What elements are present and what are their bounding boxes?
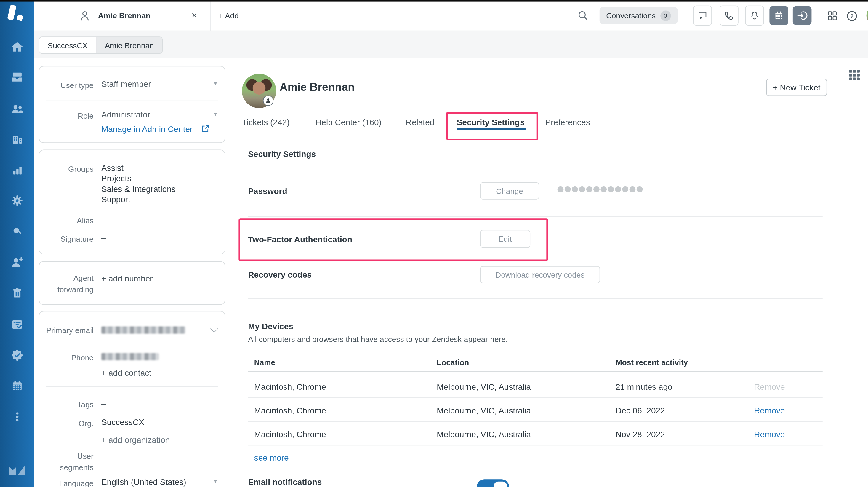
- add-user-icon[interactable]: [11, 256, 24, 269]
- tab-related[interactable]: Related: [406, 117, 435, 127]
- alias-label: Alias: [45, 215, 93, 226]
- tab-help-center[interactable]: Help Center (160): [315, 117, 381, 127]
- external-link-icon[interactable]: [202, 124, 209, 135]
- tabs-divider: [238, 131, 840, 132]
- open-user-tab[interactable]: Amie Brennan ×: [69, 0, 211, 31]
- column-header-name: Name: [254, 358, 275, 367]
- signature-value[interactable]: –: [101, 232, 106, 243]
- deleted-trash-icon[interactable]: [11, 287, 24, 300]
- phone-value-redacted[interactable]: [101, 353, 159, 360]
- language-value[interactable]: English (United States): [101, 477, 186, 487]
- recovery-codes-label: Recovery codes: [248, 270, 312, 279]
- security-settings-heading: Security Settings: [248, 149, 316, 159]
- remove-device-link[interactable]: Remove: [742, 406, 785, 415]
- groups-card: Groups Assist Projects Sales & Integrati…: [39, 150, 225, 255]
- add-contact-link[interactable]: + add contact: [101, 368, 151, 378]
- role-caret-icon[interactable]: ▾: [214, 110, 217, 117]
- breadcrumb-bar: SuccessCX Amie Brennan: [34, 31, 868, 58]
- user-type-value[interactable]: Staff member: [101, 79, 151, 89]
- notifications-bell-button[interactable]: [745, 6, 764, 26]
- my-devices-heading: My Devices: [248, 321, 293, 331]
- primary-email-value-redacted[interactable]: [101, 326, 185, 334]
- phone-button[interactable]: [720, 6, 739, 26]
- device-activity: Dec 06, 2022: [616, 406, 665, 415]
- add-tab-button[interactable]: + Add: [219, 11, 239, 20]
- add-organization-link[interactable]: + add organization: [101, 434, 170, 445]
- language-label: Language: [45, 478, 93, 487]
- contact-card: Primary email Phone + add contact Tags –…: [39, 311, 225, 487]
- search-icon[interactable]: [578, 10, 588, 23]
- remove-device-link[interactable]: Remove: [742, 429, 785, 439]
- conversations-label: Conversations: [606, 11, 656, 20]
- table-header-border: [248, 371, 823, 372]
- manage-admin-center-link[interactable]: Manage in Admin Center: [101, 124, 193, 134]
- row-divider: [248, 421, 823, 422]
- group-item: Support: [101, 194, 130, 205]
- product-logo-icon[interactable]: [0, 0, 34, 31]
- calendar-nav-icon[interactable]: [11, 379, 24, 392]
- sign-in-app-button[interactable]: [793, 6, 812, 25]
- email-notifications-toggle[interactable]: [477, 479, 509, 487]
- user-segments-label: User segments: [45, 451, 93, 473]
- apps-grid-icon[interactable]: [827, 11, 838, 23]
- email-chevron-icon[interactable]: [210, 325, 218, 333]
- row-divider: [248, 445, 823, 446]
- agent-forwarding-card: Agent forwarding + add number: [39, 261, 225, 305]
- left-nav-sidebar: [0, 0, 34, 487]
- alias-value[interactable]: –: [101, 214, 106, 225]
- password-label: Password: [248, 186, 287, 196]
- admin-gear-icon[interactable]: [11, 194, 24, 207]
- device-location: Melbourne, VIC, Australia: [437, 382, 531, 391]
- chat-button[interactable]: [693, 6, 712, 26]
- organizations-icon[interactable]: [11, 133, 24, 146]
- tags-value[interactable]: –: [101, 398, 106, 409]
- breadcrumb-item-user[interactable]: Amie Brennan: [96, 37, 162, 53]
- add-number-link[interactable]: + add number: [101, 273, 153, 284]
- user-tab-person-icon: [79, 9, 91, 24]
- change-password-button[interactable]: Change: [480, 182, 539, 200]
- new-ticket-button[interactable]: + New Ticket: [766, 79, 827, 96]
- zendesk-agent-workspace: Amie Brennan × + Add Conversations 0: [0, 0, 868, 487]
- device-activity: 21 minutes ago: [616, 382, 673, 391]
- avatar-user-badge-icon: [263, 95, 274, 106]
- phone-label: Phone: [45, 352, 93, 363]
- breadcrumb: SuccessCX Amie Brennan: [39, 36, 163, 54]
- breadcrumb-item-org[interactable]: SuccessCX: [39, 37, 96, 53]
- email-notifications-label: Email notifications: [248, 477, 322, 487]
- search-nav-icon[interactable]: [11, 225, 24, 238]
- toggle-knob: [494, 482, 507, 487]
- language-caret-icon[interactable]: ▾: [214, 478, 217, 485]
- apps-panel-icon[interactable]: [849, 70, 860, 81]
- card-divider: [46, 386, 218, 387]
- calendar-app-button[interactable]: [769, 6, 788, 25]
- user-type-caret-icon[interactable]: ▾: [214, 80, 217, 87]
- home-icon[interactable]: [11, 40, 24, 54]
- role-value[interactable]: Administrator: [101, 109, 150, 120]
- tasks-icon[interactable]: [11, 318, 24, 331]
- my-devices-subtitle: All computers and browsers that have acc…: [248, 335, 508, 344]
- verified-badge-icon[interactable]: [11, 348, 24, 362]
- more-options-icon[interactable]: [11, 410, 24, 424]
- current-user-avatar[interactable]: [866, 6, 868, 25]
- views-icon[interactable]: [11, 70, 24, 84]
- tab-tickets[interactable]: Tickets (242): [242, 117, 290, 127]
- conversations-button[interactable]: Conversations 0: [599, 7, 678, 24]
- agent-forwarding-label: Agent forwarding: [45, 273, 93, 295]
- see-more-link[interactable]: see more: [254, 453, 289, 462]
- remove-device-link-disabled: Remove: [742, 382, 785, 391]
- org-value[interactable]: SuccessCX: [101, 417, 144, 427]
- annotation-highlight-two-factor: [239, 218, 548, 261]
- close-tab-icon[interactable]: ×: [192, 10, 197, 21]
- download-recovery-codes-button[interactable]: Download recovery codes: [480, 266, 600, 283]
- user-type-card: User type Staff member ▾ Role Administra…: [39, 66, 225, 143]
- row-divider: [248, 397, 823, 398]
- reporting-icon[interactable]: [11, 164, 24, 177]
- help-icon[interactable]: ?: [846, 10, 858, 25]
- user-tab-title: Amie Brennan: [98, 11, 151, 20]
- right-rail-divider: [840, 58, 840, 487]
- customers-icon[interactable]: [11, 102, 24, 115]
- device-location: Melbourne, VIC, Australia: [437, 429, 531, 439]
- user-segments-value[interactable]: –: [101, 452, 106, 462]
- tab-preferences[interactable]: Preferences: [546, 117, 590, 127]
- role-label: Role: [45, 110, 93, 121]
